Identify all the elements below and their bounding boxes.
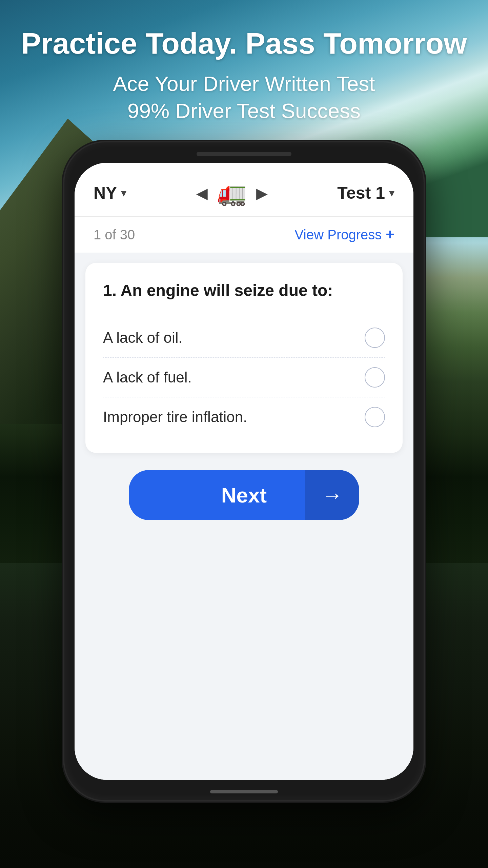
question-text: 1. An engine will seize due to: — [103, 279, 385, 302]
answer-option-b[interactable]: A lack of fuel. — [103, 358, 385, 397]
nav-right-arrow[interactable]: ▶ — [256, 184, 268, 202]
test-selector[interactable]: Test 1 ▾ — [337, 183, 394, 203]
next-button-container: Next → — [85, 470, 403, 520]
next-button[interactable]: Next → — [129, 470, 359, 520]
radio-button-a[interactable] — [365, 328, 385, 348]
progress-section: 1 of 30 View Progress + — [75, 217, 413, 253]
phone-notch — [197, 152, 291, 156]
state-label: NY — [94, 183, 117, 203]
view-progress-label: View Progress — [294, 227, 382, 242]
view-progress-icon: + — [386, 226, 394, 243]
nav-controls: ◀ 🚛 ▶ — [196, 179, 268, 207]
answer-text-c: Improper tire inflation. — [103, 409, 358, 426]
test-label: Test 1 — [337, 183, 385, 203]
answer-text-a: A lack of oil. — [103, 329, 358, 346]
header-section: Practice Today. Pass Tomorrow Ace Your D… — [0, 27, 488, 125]
app-header: NY ▾ ◀ 🚛 ▶ Test 1 ▾ — [75, 163, 413, 217]
screen-fill — [75, 527, 413, 780]
answer-option-a[interactable]: A lack of oil. — [103, 318, 385, 358]
phone-mockup: NY ▾ ◀ 🚛 ▶ Test 1 ▾ 1 of 30 View Progres… — [64, 142, 424, 800]
phone-screen: NY ▾ ◀ 🚛 ▶ Test 1 ▾ 1 of 30 View Progres… — [75, 163, 413, 780]
view-progress-button[interactable]: View Progress + — [294, 226, 394, 243]
phone-home-bar — [210, 790, 278, 793]
radio-button-b[interactable] — [365, 367, 385, 388]
answer-text-b: A lack of fuel. — [103, 369, 358, 386]
next-arrow-box: → — [305, 470, 359, 520]
subtitle-line1: Ace Your Driver Written Test — [113, 72, 375, 95]
phone-shell: NY ▾ ◀ 🚛 ▶ Test 1 ▾ 1 of 30 View Progres… — [64, 142, 424, 800]
nav-left-arrow[interactable]: ◀ — [196, 184, 208, 202]
vehicle-icon: 🚛 — [217, 179, 247, 207]
main-title: Practice Today. Pass Tomorrow — [20, 27, 468, 60]
state-dropdown-arrow: ▾ — [121, 186, 126, 199]
main-subtitle: Ace Your Driver Written Test 99% Driver … — [20, 70, 468, 125]
subtitle-line2: 99% Driver Test Success — [127, 99, 361, 122]
state-selector[interactable]: NY ▾ — [94, 183, 126, 203]
progress-count: 1 of 30 — [94, 227, 135, 242]
radio-button-c[interactable] — [365, 407, 385, 427]
answer-option-c[interactable]: Improper tire inflation. — [103, 397, 385, 437]
test-dropdown-arrow: ▾ — [389, 186, 394, 199]
question-card: 1. An engine will seize due to: A lack o… — [85, 263, 403, 453]
next-arrow-icon: → — [321, 482, 343, 508]
